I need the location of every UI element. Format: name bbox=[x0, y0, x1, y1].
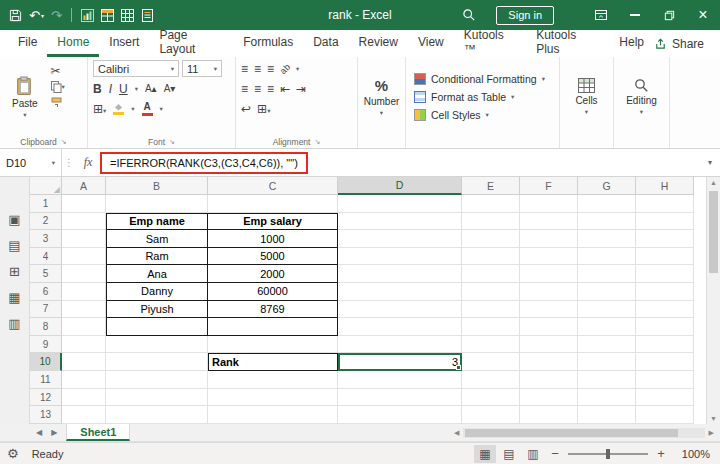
font-color-button[interactable]: A bbox=[142, 102, 153, 116]
cell-styles-button[interactable]: Cell Styles ▾ bbox=[414, 109, 554, 121]
font-name-select[interactable]: Calibri▾ bbox=[93, 60, 179, 77]
number-group-button[interactable]: % Number ▾ bbox=[363, 60, 400, 134]
tab-data[interactable]: Data bbox=[303, 30, 348, 57]
bottom-align-button[interactable]: ≡ bbox=[267, 62, 274, 76]
middle-align-button[interactable]: ≡ bbox=[254, 62, 261, 76]
vertical-scrollbar[interactable]: ▲ ▼ bbox=[706, 177, 720, 424]
cell-H13[interactable] bbox=[636, 406, 694, 424]
cell-D9[interactable] bbox=[338, 336, 462, 354]
cell-D13[interactable] bbox=[338, 406, 462, 424]
cell-A10[interactable] bbox=[62, 353, 106, 371]
cell-A6[interactable] bbox=[62, 283, 106, 301]
scroll-right-icon[interactable]: ▶ bbox=[709, 429, 714, 437]
scroll-up-icon[interactable]: ▲ bbox=[707, 179, 720, 186]
cell-E3[interactable] bbox=[462, 230, 520, 248]
tab-page-layout[interactable]: Page Layout bbox=[149, 30, 233, 57]
row-header-7[interactable]: 7 bbox=[30, 301, 62, 319]
column-header-G[interactable]: G bbox=[578, 177, 636, 195]
tab-file[interactable]: File bbox=[8, 30, 47, 57]
cell-D2[interactable] bbox=[338, 213, 462, 231]
cell-E7[interactable] bbox=[462, 301, 520, 319]
cell-G3[interactable] bbox=[578, 230, 636, 248]
row-header-5[interactable]: 5 bbox=[30, 265, 62, 283]
row-header-4[interactable]: 4 bbox=[30, 248, 62, 266]
cell-H7[interactable] bbox=[636, 301, 694, 319]
decrease-indent-button[interactable]: ⇤ bbox=[280, 82, 290, 96]
cell-G11[interactable] bbox=[578, 371, 636, 389]
cell-H10[interactable] bbox=[636, 353, 694, 371]
row-header-13[interactable]: 13 bbox=[30, 406, 62, 424]
insert-function-button[interactable]: fx bbox=[76, 149, 100, 176]
cell-G7[interactable] bbox=[578, 301, 636, 319]
row-header-12[interactable]: 12 bbox=[30, 389, 62, 407]
row-header-9[interactable]: 9 bbox=[30, 336, 62, 354]
cell-A7[interactable] bbox=[62, 301, 106, 319]
align-right-button[interactable]: ≡ bbox=[267, 82, 274, 96]
row-header-1[interactable]: 1 bbox=[30, 195, 62, 213]
align-center-button[interactable]: ≡ bbox=[254, 82, 261, 96]
zoom-slider[interactable] bbox=[568, 453, 648, 455]
cell-B11[interactable] bbox=[106, 371, 208, 389]
wrap-text-button[interactable]: ↩ bbox=[241, 102, 251, 116]
cells-group-button[interactable]: Cells ▾ bbox=[565, 60, 608, 134]
search-button[interactable] bbox=[452, 0, 486, 30]
orientation-button[interactable]: ab bbox=[278, 61, 292, 75]
top-align-button[interactable]: ≡ bbox=[241, 62, 248, 76]
cell-D8[interactable] bbox=[338, 318, 462, 336]
cell-F12[interactable] bbox=[520, 389, 578, 407]
cell-F11[interactable] bbox=[520, 371, 578, 389]
copy-button[interactable]: ▾ bbox=[51, 81, 65, 93]
row-header-6[interactable]: 6 bbox=[30, 283, 62, 301]
row-header-2[interactable]: 2 bbox=[30, 213, 62, 231]
conditional-formatting-button[interactable]: Conditional Formatting ▾ bbox=[414, 73, 554, 85]
cell-G1[interactable] bbox=[578, 195, 636, 213]
cell-E8[interactable] bbox=[462, 318, 520, 336]
cell-E12[interactable] bbox=[462, 389, 520, 407]
format-as-table-button[interactable]: Format as Table ▾ bbox=[414, 91, 554, 103]
cell-B9[interactable] bbox=[106, 336, 208, 354]
cell-A3[interactable] bbox=[62, 230, 106, 248]
column-header-D[interactable]: D bbox=[338, 177, 462, 195]
reading-layout-icon[interactable]: ▤ bbox=[8, 239, 20, 252]
sign-in-button[interactable]: Sign in bbox=[496, 6, 554, 25]
cell-F6[interactable] bbox=[520, 283, 578, 301]
cell-G13[interactable] bbox=[578, 406, 636, 424]
sheet-tab-sheet1[interactable]: Sheet1 bbox=[66, 424, 130, 441]
column-header-F[interactable]: F bbox=[520, 177, 578, 195]
alignment-dialog-launcher[interactable]: ↘ bbox=[314, 138, 320, 146]
cell-A13[interactable] bbox=[62, 406, 106, 424]
formula-input[interactable]: =IFERROR(RANK(C3,(C3,C4,C6)), "") bbox=[100, 149, 700, 176]
cell-D1[interactable] bbox=[338, 195, 462, 213]
cell-B3[interactable]: Sam bbox=[106, 230, 208, 248]
cell-H5[interactable] bbox=[636, 265, 694, 283]
cell-G4[interactable] bbox=[578, 248, 636, 266]
cell-H4[interactable] bbox=[636, 248, 694, 266]
cell-F7[interactable] bbox=[520, 301, 578, 319]
cell-E6[interactable] bbox=[462, 283, 520, 301]
row-header-8[interactable]: 8 bbox=[30, 318, 62, 336]
zoom-in-button[interactable]: + bbox=[652, 446, 670, 461]
cell-D3[interactable] bbox=[338, 230, 462, 248]
cell-A8[interactable] bbox=[62, 318, 106, 336]
cell-H8[interactable] bbox=[636, 318, 694, 336]
clipboard-dialog-launcher[interactable]: ↘ bbox=[61, 138, 67, 146]
normal-view-button[interactable]: ▦ bbox=[474, 445, 496, 463]
cell-E11[interactable] bbox=[462, 371, 520, 389]
monitor-icon[interactable]: ▣ bbox=[8, 213, 20, 226]
select-all-button[interactable]: ◢ bbox=[30, 177, 62, 195]
cell-H2[interactable] bbox=[636, 213, 694, 231]
tab-help[interactable]: Help bbox=[609, 30, 654, 57]
print-area-icon[interactable]: ⊞ bbox=[9, 265, 20, 278]
tab-view[interactable]: View bbox=[408, 30, 454, 57]
cell-G6[interactable] bbox=[578, 283, 636, 301]
cell-C3[interactable]: 1000 bbox=[208, 230, 338, 248]
column-header-B[interactable]: B bbox=[106, 177, 208, 195]
cell-C1[interactable] bbox=[208, 195, 338, 213]
cell-A5[interactable] bbox=[62, 265, 106, 283]
cut-button[interactable]: ✂ bbox=[51, 65, 65, 77]
cell-B2[interactable]: Emp name bbox=[106, 213, 208, 231]
cell-F5[interactable] bbox=[520, 265, 578, 283]
minimize-button[interactable] bbox=[618, 0, 652, 30]
cell-H3[interactable] bbox=[636, 230, 694, 248]
cell-H1[interactable] bbox=[636, 195, 694, 213]
